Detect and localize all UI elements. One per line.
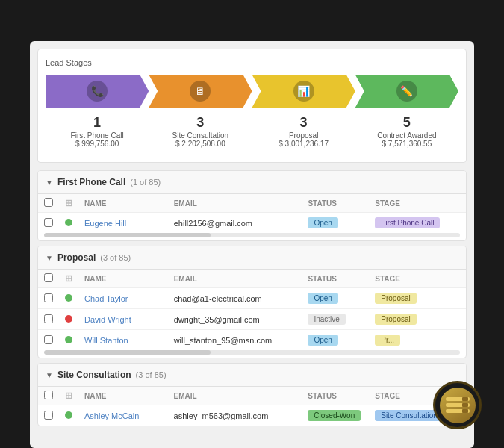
stage-label-2: 3 Proposal $ 3,001,236.17 (252, 112, 355, 151)
stage-name-2: Proposal (254, 131, 354, 140)
status-badge: Inactive (308, 314, 345, 325)
table-row: Chad Taylor chad@a1-electrical.com Open … (38, 288, 466, 309)
section-title-first-phone-call: First Phone Call (57, 177, 125, 187)
stage-badge: First Phone Call (375, 217, 440, 228)
lead-email: ehill2156@gmail.com (168, 213, 302, 234)
select-all-checkbox-1[interactable] (44, 273, 53, 282)
col-header-stage-0: STAGE (369, 194, 466, 213)
stage-amount-2: $ 3,001,236.17 (254, 140, 354, 148)
table-first-phone-call: ⊞ NAME EMAIL STATUS STAGE Eugene Hill eh… (38, 194, 466, 233)
row-checkbox[interactable] (44, 314, 53, 323)
stage-label-3: 5 Contract Awarded $ 7,571,360.55 (355, 112, 458, 151)
stage-name-1: Site Consultation (150, 131, 250, 140)
stage-badge: Proposal (375, 293, 416, 304)
stage-arrow-first-phone-call[interactable]: 📞 (46, 75, 149, 108)
lead-name-link[interactable]: David Wright (84, 315, 131, 324)
col-header-status-1: STATUS (302, 270, 369, 288)
col-header-name-1: NAME (78, 270, 168, 288)
main-container: Lead Stages 📞 🖥 📊 ✏️ 1 First Phone Call … (30, 41, 474, 448)
select-all-checkbox-0[interactable] (44, 198, 53, 207)
stage-badge: Site Consultation (375, 410, 444, 421)
status-badge: Open (308, 293, 337, 304)
stage-icon-monitor: 🖥 (190, 81, 211, 102)
stage-badge: Proposal (375, 314, 416, 325)
section-header-first-phone-call: ▼ First Phone Call (1 of 85) (38, 171, 466, 194)
stage-arrow-contract[interactable]: ✏️ (355, 75, 458, 108)
stage-amount-0: $ 999,756.00 (47, 140, 147, 148)
floating-action-button[interactable] (433, 381, 482, 429)
col-header-status-0: STATUS (302, 194, 369, 213)
lead-email: dwright_35@gmail.com (168, 309, 302, 330)
scroll-bar-0 (44, 233, 211, 237)
stage-icon-phone: 📞 (87, 81, 108, 102)
status-dot (65, 294, 72, 302)
lead-name-link[interactable]: Ashley McCain (84, 411, 139, 420)
stage-number-1: 3 (150, 115, 250, 131)
col-header-name-2: NAME (78, 387, 168, 405)
status-badge: Closed-Won (308, 410, 361, 421)
section-first-phone-call: ▼ First Phone Call (1 of 85) ⊞ NAME EMAI… (37, 170, 467, 241)
floating-icon-inner (440, 388, 476, 423)
table-row: Eugene Hill ehill2156@gmail.com Open Fir… (38, 213, 466, 234)
col-header-stage-1: STAGE (369, 270, 466, 288)
scroll-indicator-0 (44, 233, 460, 237)
stage-amount-1: $ 2,202,508.00 (150, 140, 250, 148)
table-row: David Wright dwright_35@gmail.com Inacti… (38, 309, 466, 330)
section-site-consultation: ▼ Site Consultation (3 of 85) ⊞ NAME EMA… (37, 363, 467, 426)
section-count-proposal: (3 of 85) (100, 253, 131, 262)
toggle-first-phone-call[interactable]: ▼ (46, 178, 53, 187)
icon-line-3 (446, 409, 470, 413)
section-title-proposal: Proposal (57, 252, 96, 263)
icon-line-2 (446, 403, 470, 407)
status-dot (65, 219, 72, 226)
status-dot (65, 411, 72, 419)
section-count-site-consultation: (3 of 85) (136, 370, 167, 379)
status-dot (65, 315, 72, 323)
status-badge: Open (308, 335, 337, 346)
stages-labels: 1 First Phone Call $ 999,756.00 3 Site C… (46, 112, 458, 151)
lead-email: ashley_m563@gmail.com (168, 405, 302, 426)
stage-label-0: 1 First Phone Call $ 999,756.00 (46, 112, 149, 151)
select-all-checkbox-2[interactable] (44, 391, 53, 399)
table-proposal: ⊞ NAME EMAIL STATUS STAGE Chad Taylor ch… (38, 270, 466, 350)
row-checkbox[interactable] (44, 335, 53, 344)
table-row: Will Stanton will_stanton_95@msn.com Ope… (38, 330, 466, 351)
col-header-email-2: EMAIL (168, 387, 302, 405)
stage-number-3: 5 (357, 115, 457, 131)
stage-badge: Pr... (375, 335, 400, 346)
stage-icon-pen: ✏️ (396, 81, 417, 102)
section-title-site-consultation: Site Consultation (57, 370, 131, 380)
stage-arrow-proposal[interactable]: 📊 (252, 75, 355, 108)
icon-line-1 (446, 397, 470, 401)
scroll-indicator-1 (44, 350, 460, 355)
grid-icon-0: ⊞ (65, 198, 72, 208)
grid-icon-2: ⊞ (65, 391, 72, 401)
section-proposal: ▼ Proposal (3 of 85) ⊞ NAME EMAIL STATUS… (37, 246, 467, 358)
col-header-name-0: NAME (78, 194, 168, 213)
table-row: Ashley McCain ashley_m563@gmail.com Clos… (38, 405, 466, 426)
stage-number-2: 3 (254, 115, 354, 131)
section-header-proposal: ▼ Proposal (3 of 85) (38, 246, 466, 270)
stage-arrow-site-consultation[interactable]: 🖥 (149, 75, 252, 108)
col-header-status-2: STATUS (302, 387, 369, 405)
row-checkbox[interactable] (44, 218, 53, 227)
section-count-first-phone-call: (1 of 85) (130, 178, 161, 187)
status-dot (65, 336, 72, 343)
stage-number-0: 1 (47, 115, 147, 131)
stage-amount-3: $ 7,571,360.55 (357, 140, 457, 148)
toggle-proposal[interactable]: ▼ (46, 254, 53, 262)
stage-icon-chart: 📊 (293, 81, 314, 102)
lead-name-link[interactable]: Chad Taylor (84, 294, 128, 303)
stage-name-3: Contract Awarded (357, 131, 457, 140)
lead-name-link[interactable]: Eugene Hill (84, 219, 126, 228)
row-checkbox[interactable] (44, 411, 53, 420)
grid-icon-1: ⊞ (65, 273, 72, 284)
toggle-site-consultation[interactable]: ▼ (46, 371, 53, 379)
stages-row: 📞 🖥 📊 ✏️ (46, 75, 458, 108)
table-site-consultation: ⊞ NAME EMAIL STATUS STAGE Ashley McCain … (38, 387, 466, 426)
row-checkbox[interactable] (44, 293, 53, 302)
stage-name-0: First Phone Call (47, 131, 147, 140)
lead-name-link[interactable]: Will Stanton (84, 336, 128, 345)
lead-email: chad@a1-electrical.com (168, 288, 302, 309)
stage-label-1: 3 Site Consultation $ 2,202,508.00 (149, 112, 252, 151)
